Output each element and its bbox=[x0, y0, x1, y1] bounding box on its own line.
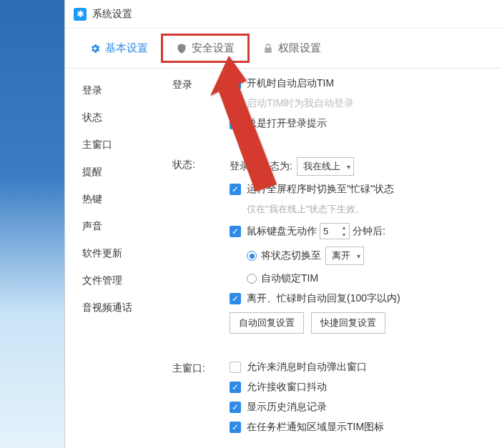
button-quick-reply-settings[interactable]: 快捷回复设置 bbox=[311, 312, 385, 334]
window-title: 系统设置 bbox=[92, 8, 132, 21]
sidebar-item-update[interactable]: 软件更新 bbox=[65, 240, 172, 267]
tab-permission[interactable]: 权限设置 bbox=[250, 36, 334, 61]
section-mainwin: 主窗口: 允许来消息时自动弹出窗口 允许接收窗口抖动 显示历史消息记录 bbox=[172, 361, 496, 441]
stepper-down-icon[interactable]: ▼ bbox=[340, 232, 348, 239]
content-body: 登录 状态 主窗口 提醒 热键 声音 软件更新 文件管理 音视频通话 登录 开机… bbox=[65, 69, 502, 448]
content-panel: 登录 开机时自动启动TIM 启动TIM时为我自动登录 总是打开登录提示 bbox=[172, 69, 502, 448]
sidebar-item-notify[interactable]: 提醒 bbox=[65, 159, 172, 186]
sidebar-item-av[interactable]: 音视频通话 bbox=[65, 294, 172, 322]
shield-icon bbox=[176, 43, 187, 54]
label-idle-suffix: 分钟后: bbox=[353, 225, 385, 238]
checkbox-auto-reply[interactable] bbox=[230, 293, 241, 304]
tab-bar: 基本设置 安全设置 权限设置 bbox=[65, 29, 502, 69]
checkbox-shake[interactable] bbox=[230, 382, 241, 393]
select-switch-status[interactable]: 离开 bbox=[325, 247, 364, 265]
sidebar-item-hotkey[interactable]: 热键 bbox=[65, 186, 172, 213]
section-mainwin-label: 主窗口: bbox=[172, 361, 230, 441]
select-after-login[interactable]: 我在线上 bbox=[297, 157, 354, 176]
section-login-label: 登录 bbox=[172, 77, 230, 137]
lock-icon bbox=[262, 43, 274, 54]
sidebar-item-mainwindow[interactable]: 主窗口 bbox=[65, 131, 172, 159]
label-history: 显示历史消息记录 bbox=[247, 401, 327, 414]
label-lock: 自动锁定TIM bbox=[261, 272, 318, 285]
sidebar-item-sound[interactable]: 声音 bbox=[65, 213, 172, 240]
tab-security[interactable]: 安全设置 bbox=[161, 34, 250, 63]
section-status: 状态: 登录后状态为: 我在线上 运行全屏程序时切换至"忙碌"状态 仅在"我在线… bbox=[172, 157, 496, 341]
stepper-up-icon[interactable]: ▲ bbox=[340, 224, 348, 232]
checkbox-popup[interactable] bbox=[230, 362, 241, 373]
label-after-login: 登录后状态为: bbox=[230, 160, 292, 173]
hint-online-only: 仅在"我在线上"状态下生效。 bbox=[247, 203, 365, 216]
label-tray: 在任务栏通知区域显示TIM图标 bbox=[247, 421, 384, 434]
label-auto-reply: 离开、忙碌时自动回复(100字以内) bbox=[247, 292, 400, 305]
label-popup: 允许来消息时自动弹出窗口 bbox=[247, 361, 367, 374]
label-autologin: 启动TIM时为我自动登录 bbox=[247, 97, 354, 110]
label-switch-status: 将状态切换至 bbox=[261, 249, 321, 262]
sidebar-item-login[interactable]: 登录 bbox=[65, 77, 172, 104]
section-login: 登录 开机时自动启动TIM 启动TIM时为我自动登录 总是打开登录提示 bbox=[172, 77, 496, 137]
titlebar: ✱ 系统设置 bbox=[65, 0, 502, 29]
checkbox-idle[interactable] bbox=[230, 226, 241, 237]
label-shake: 允许接收窗口抖动 bbox=[247, 381, 327, 394]
tab-basic[interactable]: 基本设置 bbox=[77, 36, 161, 61]
checkbox-history[interactable] bbox=[230, 402, 241, 413]
tab-basic-label: 基本设置 bbox=[105, 41, 148, 55]
sidebar: 登录 状态 主窗口 提醒 热键 声音 软件更新 文件管理 音视频通话 bbox=[65, 69, 172, 448]
tab-security-label: 安全设置 bbox=[192, 41, 235, 55]
label-prompt: 总是打开登录提示 bbox=[247, 117, 327, 130]
checkbox-autostart[interactable] bbox=[230, 78, 241, 89]
app-icon: ✱ bbox=[74, 8, 87, 21]
radio-lock[interactable] bbox=[247, 274, 257, 284]
label-idle-prefix: 鼠标键盘无动作 bbox=[247, 225, 317, 238]
radio-switch-status[interactable] bbox=[247, 251, 257, 261]
checkbox-prompt[interactable] bbox=[230, 118, 241, 129]
sidebar-item-files[interactable]: 文件管理 bbox=[65, 267, 172, 294]
label-fullscreen-busy: 运行全屏程序时切换至"忙碌"状态 bbox=[247, 183, 394, 196]
settings-window: ✱ 系统设置 基本设置 安全设置 权限设置 登录 状态 主窗口 提醒 bbox=[64, 0, 502, 448]
section-status-label: 状态: bbox=[172, 157, 230, 341]
gear-icon bbox=[89, 43, 101, 54]
sidebar-item-status[interactable]: 状态 bbox=[65, 104, 172, 131]
button-auto-reply-settings[interactable]: 自动回复设置 bbox=[230, 312, 304, 334]
checkbox-autologin[interactable] bbox=[230, 98, 241, 109]
input-idle-minutes[interactable]: 5 ▲ ▼ bbox=[320, 223, 350, 239]
label-autostart: 开机时自动启动TIM bbox=[247, 77, 334, 90]
stepper-idle: ▲ ▼ bbox=[340, 224, 348, 238]
checkbox-tray[interactable] bbox=[230, 422, 241, 433]
tab-permission-label: 权限设置 bbox=[278, 41, 321, 55]
checkbox-fullscreen-busy[interactable] bbox=[230, 184, 241, 195]
